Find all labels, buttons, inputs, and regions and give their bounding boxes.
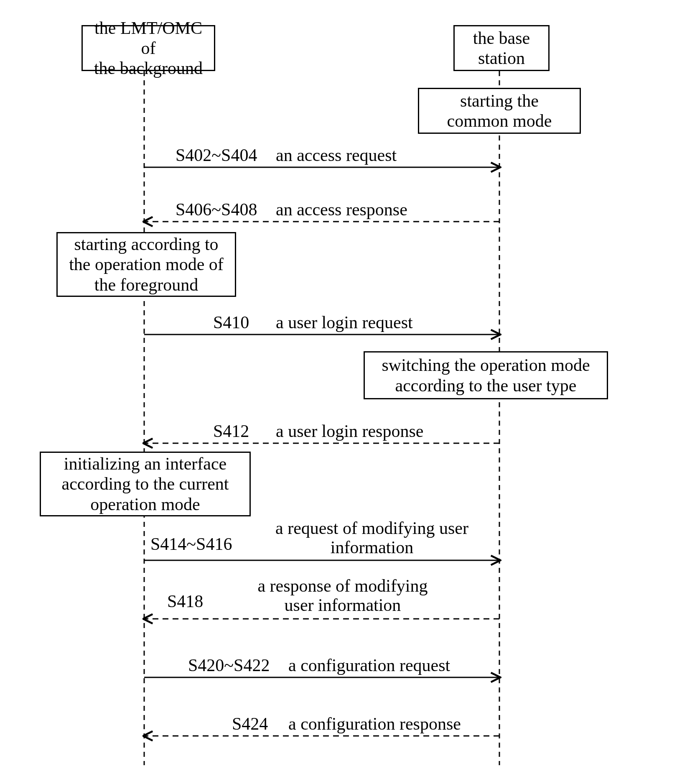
note-start-according: starting according tothe operation mode … xyxy=(56,232,236,297)
step-label-m4: S412 xyxy=(213,421,249,441)
participant-base-station: the basestation xyxy=(453,25,550,71)
message-label-m3: a user login request xyxy=(276,313,413,332)
note-start-common-mode: starting thecommon mode xyxy=(418,88,581,134)
step-label-m6: S418 xyxy=(167,592,203,611)
message-label-m2: an access response xyxy=(276,200,407,219)
message-label-m1: an access request xyxy=(276,146,397,165)
message-label-m8: a configuration response xyxy=(288,714,461,733)
message-label-m7: a configuration request xyxy=(288,656,450,675)
participant-lmt-omc: the LMT/OMC ofthe background xyxy=(81,25,215,71)
message-label-m4: a user login response xyxy=(276,421,423,441)
step-label-m5: S414~S416 xyxy=(150,534,232,554)
note-initializing-interface: initializing an interfaceaccording to th… xyxy=(40,452,251,516)
sequence-diagram: the LMT/OMC ofthe background the basesta… xyxy=(0,0,677,784)
step-label-m1: S402~S404 xyxy=(176,146,257,165)
note-switching-mode: switching the operation modeaccording to… xyxy=(364,351,608,399)
step-label-m3: S410 xyxy=(213,313,249,332)
step-label-m8: S424 xyxy=(232,714,268,733)
step-label-m2: S406~S408 xyxy=(176,200,257,219)
step-label-m7: S420~S422 xyxy=(188,656,270,675)
message-label-m5: a request of modifying userinformation xyxy=(259,518,485,557)
message-label-m6: a response of modifyinguser information xyxy=(242,576,443,615)
